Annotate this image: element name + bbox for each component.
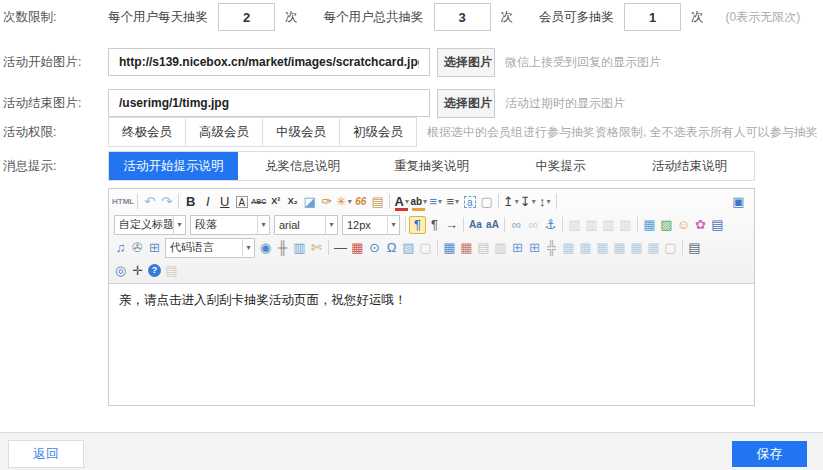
paste-word-icon[interactable]: ▤ xyxy=(369,193,386,211)
paragraph-spacing-bottom-icon[interactable]: ↧▾ xyxy=(519,193,536,211)
font-family-select[interactable]: arial▾ xyxy=(274,215,338,235)
start-image-input[interactable] xyxy=(108,48,430,76)
split-row-icon[interactable]: ▦ xyxy=(628,239,645,257)
delete-col-icon[interactable]: ▦ xyxy=(611,239,628,257)
font-size-select[interactable]: 12px▾ xyxy=(342,215,400,235)
end-image-pick-button[interactable]: 选择图片 xyxy=(437,89,495,118)
preview-icon[interactable]: ◎ xyxy=(112,262,129,280)
message-tab-5[interactable]: 活动结束说明 xyxy=(625,152,754,180)
underline-icon[interactable]: U xyxy=(216,193,233,211)
auto-typeset-icon[interactable]: ✳▾ xyxy=(335,193,352,211)
message-tab-3[interactable]: 重复抽奖说明 xyxy=(367,152,496,180)
paste-icon[interactable]: ▤ xyxy=(163,262,180,280)
highlight-color-icon[interactable]: ab▾ xyxy=(410,193,427,211)
split-cell-icon[interactable]: ╬ xyxy=(543,239,560,257)
image-align-center-icon[interactable]: ▥ xyxy=(583,216,600,234)
redo-icon[interactable]: ↷ xyxy=(158,193,175,211)
member-option-3[interactable]: 中级会员 xyxy=(262,117,340,147)
back-button[interactable]: 返回 xyxy=(8,440,84,468)
columns-icon[interactable]: ▥ xyxy=(291,239,308,257)
insert-col-icon[interactable]: ⊞ xyxy=(526,239,543,257)
attachment-icon[interactable]: ✇ xyxy=(129,239,146,257)
fullscreen-icon[interactable]: ▣ xyxy=(730,193,747,211)
to-lowercase-icon[interactable]: aA xyxy=(484,216,501,234)
text-anchor-icon[interactable]: ⚓ xyxy=(542,216,559,234)
insert-frame-icon[interactable]: ⊞ xyxy=(146,239,163,257)
unordered-list-icon[interactable]: ≡▾ xyxy=(444,193,461,211)
insert-table-icon[interactable]: ▦ xyxy=(441,239,458,257)
to-uppercase-icon[interactable]: Aa xyxy=(467,216,484,234)
message-tab-4[interactable]: 中奖提示 xyxy=(496,152,625,180)
strikethrough-icon[interactable]: ABC xyxy=(250,193,267,211)
time-icon[interactable]: ⊙ xyxy=(366,239,383,257)
video-icon[interactable]: ▤ xyxy=(709,216,726,234)
total-input[interactable] xyxy=(434,3,491,31)
help-icon[interactable]: ? xyxy=(146,262,163,280)
page-break-icon[interactable]: ╫ xyxy=(274,239,291,257)
bold-icon[interactable]: B xyxy=(182,193,199,211)
insert-row-icon[interactable]: ⊞ xyxy=(509,239,526,257)
special-chars-icon[interactable]: Ω xyxy=(383,239,400,257)
delete-row-icon[interactable]: ▦ xyxy=(594,239,611,257)
end-image-input[interactable] xyxy=(108,89,430,117)
superscript-icon[interactable]: X² xyxy=(267,193,284,211)
image-upload-icon[interactable]: ▦ xyxy=(641,216,658,234)
member-option-1[interactable]: 终极会员 xyxy=(108,117,186,147)
member-extra-input[interactable] xyxy=(624,3,681,31)
screenshot-icon[interactable]: ✄ xyxy=(308,239,325,257)
message-tab-1[interactable]: 活动开始提示说明 xyxy=(109,152,238,180)
merge-cells-icon[interactable]: ▥ xyxy=(492,239,509,257)
unlink-icon[interactable]: ∞ xyxy=(525,216,542,234)
horizontal-rule-icon[interactable]: — xyxy=(332,239,349,257)
template-icon[interactable]: ▢ xyxy=(662,239,679,257)
image-align-right-icon[interactable]: ▥ xyxy=(600,216,617,234)
end-image-label: 活动结束图片: xyxy=(3,88,103,118)
member-option-2[interactable]: 高级会员 xyxy=(185,117,263,147)
merge-down-icon[interactable]: ▦ xyxy=(577,239,594,257)
link-icon[interactable]: ∞ xyxy=(508,216,525,234)
merge-right-icon[interactable]: ▦ xyxy=(560,239,577,257)
toolbar-separator xyxy=(498,194,499,209)
code-language-select[interactable]: 代码语言▾ xyxy=(165,238,255,258)
message-tab-2[interactable]: 兑奖信息说明 xyxy=(238,152,367,180)
insert-image-icon[interactable]: ▨ xyxy=(658,216,675,234)
date-icon[interactable]: ▦ xyxy=(349,239,366,257)
indent-icon[interactable]: → xyxy=(443,216,460,234)
undo-icon[interactable]: ↶ xyxy=(141,193,158,211)
custom-title-select[interactable]: 自定义标题▾ xyxy=(114,215,186,235)
word-image-icon[interactable]: ▨ xyxy=(400,239,417,257)
line-height-icon[interactable]: ↕▾ xyxy=(536,193,553,211)
image-align-none-icon[interactable]: ▥ xyxy=(617,216,634,234)
per-day-input[interactable] xyxy=(218,3,275,31)
print-icon[interactable]: ▤ xyxy=(686,239,703,257)
anchor-icon[interactable]: a xyxy=(461,193,478,211)
ordered-list-icon[interactable]: ≡▾ xyxy=(427,193,444,211)
subscript-icon[interactable]: X₂ xyxy=(284,193,301,211)
italic-icon[interactable]: I xyxy=(199,193,216,211)
ltr-paragraph-icon[interactable]: ¶ xyxy=(409,216,426,234)
member-option-4[interactable]: 初级会员 xyxy=(339,117,417,147)
rtl-paragraph-icon[interactable]: ¶ xyxy=(426,216,443,234)
html-source-icon[interactable]: HTML xyxy=(112,193,134,211)
map-icon[interactable]: ◉ xyxy=(257,239,274,257)
paragraph-spacing-top-icon[interactable]: ↥▾ xyxy=(502,193,519,211)
clear-doc-icon[interactable]: ▢ xyxy=(478,193,495,211)
blockquote-icon[interactable]: 66 xyxy=(352,193,369,211)
music-icon[interactable]: ♫ xyxy=(112,239,129,257)
font-color-icon[interactable]: A▾ xyxy=(393,193,410,211)
search-replace-icon[interactable]: ✛ xyxy=(129,262,146,280)
remove-format-icon[interactable]: ◪ xyxy=(301,193,318,211)
comment-icon[interactable]: ▢ xyxy=(417,239,434,257)
format-painter-icon[interactable]: ✑ xyxy=(318,193,335,211)
editor-content-area[interactable]: 亲，请点击进入刮刮卡抽奖活动页面，祝您好运哦！ xyxy=(109,284,754,405)
emotion-icon[interactable]: ☺ xyxy=(675,216,692,234)
split-col-icon[interactable]: ▦ xyxy=(645,239,662,257)
image-align-left-icon[interactable]: ▥ xyxy=(566,216,583,234)
save-button[interactable]: 保存 xyxy=(732,441,807,467)
start-image-pick-button[interactable]: 选择图片 xyxy=(437,48,495,77)
paragraph-select[interactable]: 段落▾ xyxy=(190,215,270,235)
delete-table-icon[interactable]: ▦ xyxy=(458,239,475,257)
font-border-icon[interactable]: A xyxy=(233,193,250,211)
table-title-icon[interactable]: ▤ xyxy=(475,239,492,257)
scrawl-icon[interactable]: ✿ xyxy=(692,216,709,234)
